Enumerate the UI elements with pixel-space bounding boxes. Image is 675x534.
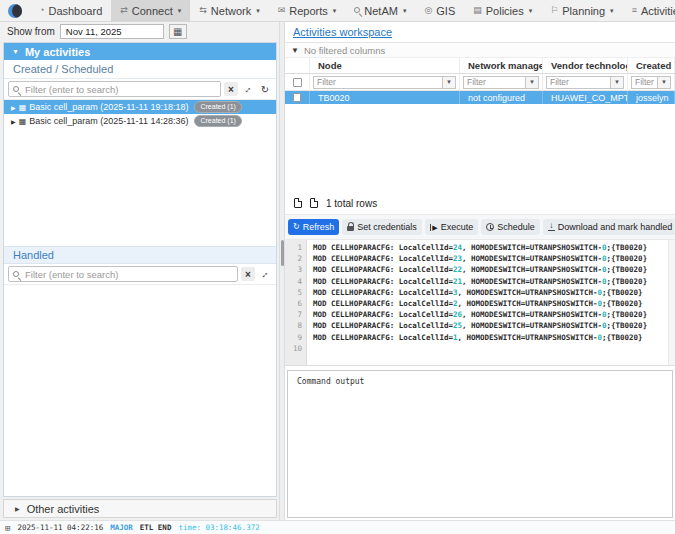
- other-activities-bar[interactable]: ▶ Other activities: [3, 499, 277, 518]
- nav-item-policies[interactable]: ▤Policies▾: [464, 0, 541, 21]
- policies-icon: ▤: [473, 6, 482, 15]
- show-from-bar: Show from ▦: [0, 22, 279, 41]
- my-activities-header[interactable]: ▼ My activities: [4, 43, 276, 60]
- activity-grid-icon: ▦: [19, 103, 27, 112]
- splitter-handle-icon[interactable]: [281, 240, 284, 266]
- nav-item-gis[interactable]: ◎GIS: [415, 0, 464, 21]
- editor-scrollbar[interactable]: [668, 240, 675, 365]
- column-filter-input[interactable]: [463, 76, 526, 89]
- activity-grid-icon: ▦: [19, 117, 27, 126]
- nav-item-label: Policies: [486, 5, 524, 17]
- column-header-node[interactable]: Node: [310, 58, 460, 73]
- column-filter-input[interactable]: [631, 76, 658, 89]
- handled-filter-input[interactable]: [23, 268, 233, 281]
- command-editor[interactable]: 12345678910 MOD CELLHOPARACFG: LocalCell…: [285, 240, 675, 366]
- my-activities-panel: ▼ My activities Created / Scheduled × ↕ …: [3, 42, 277, 497]
- column-header-network-manager[interactable]: Network manager: [460, 58, 543, 73]
- top-nav: ◔Dashboard⇄Connect▾⇆Network▾✉Reports▾Net…: [0, 0, 675, 22]
- calendar-icon[interactable]: ▦: [169, 24, 187, 39]
- nav-item-netam[interactable]: NetAM▾: [345, 0, 415, 21]
- created-filter-input[interactable]: [23, 83, 216, 96]
- column-header-vendor-technology[interactable]: Vendor technology: [543, 58, 628, 73]
- gis-icon: ◎: [424, 6, 432, 15]
- filter-dropdown-icon[interactable]: ▼: [443, 76, 456, 89]
- set-credentials-button[interactable]: Set credentials: [342, 219, 422, 235]
- table-row[interactable]: TB0020not configuredHUAWEI_CO_MPT_BTSjos…: [285, 91, 675, 104]
- dashboard-icon: ◔: [39, 6, 44, 15]
- select-all-checkbox[interactable]: [293, 78, 302, 87]
- column-filter-input[interactable]: [546, 76, 611, 89]
- filter-cell-created-by: ▼: [628, 74, 675, 90]
- nav-item-label: Connect: [132, 5, 173, 17]
- clock-icon: [486, 223, 494, 231]
- search-icon: [13, 271, 19, 277]
- status-timestamp: 2025-11-11 04:22:16: [17, 523, 103, 532]
- nav-item-connect[interactable]: ⇄Connect▾: [111, 0, 190, 21]
- refresh-icon[interactable]: ↻: [258, 82, 272, 96]
- clear-filter-icon[interactable]: ×: [241, 267, 255, 281]
- schedule-button[interactable]: Schedule: [481, 219, 540, 235]
- expand-all-icon[interactable]: ↕: [241, 82, 255, 96]
- nav-item-planning[interactable]: ⚐Planning▾: [541, 0, 622, 21]
- top-nav-items: ◔Dashboard⇄Connect▾⇆Network▾✉Reports▾Net…: [30, 0, 675, 21]
- export-file-icon[interactable]: [310, 198, 318, 208]
- button-label: Schedule: [497, 222, 535, 232]
- column-header-created-by[interactable]: Created by: [628, 58, 675, 73]
- expand-all-icon[interactable]: ↕: [258, 267, 272, 281]
- filter-status-text: No filtered columns: [304, 45, 385, 56]
- tree-item[interactable]: ▶▦Basic cell_param (2025-11-11 19:18:18)…: [4, 100, 276, 114]
- code-line: MOD CELLHOPARACFG: LocalCellId=21, HOMOD…: [313, 276, 667, 287]
- filter-dropdown-icon[interactable]: ▼: [611, 76, 624, 89]
- status-grid-icon: ⊞: [5, 523, 10, 533]
- filter-dropdown-icon[interactable]: ▼: [658, 76, 671, 89]
- chevron-right-icon[interactable]: ▶: [11, 118, 16, 125]
- table-cell: not configured: [460, 91, 543, 104]
- nav-item-label: Planning: [562, 5, 605, 17]
- button-label: Set credentials: [357, 222, 417, 232]
- show-from-date-input[interactable]: [60, 24, 164, 39]
- filter-cell-node: ▼: [310, 74, 460, 90]
- filter-dropdown-icon[interactable]: ▼: [526, 76, 539, 89]
- status-severity: MAJOR: [110, 523, 133, 532]
- nav-item-network[interactable]: ⇆Network▾: [190, 0, 268, 21]
- activities-workspace-link[interactable]: Activities workspace: [293, 26, 392, 38]
- chevron-down-icon: ▾: [403, 7, 407, 15]
- handled-filter-row: × ↕: [4, 264, 276, 285]
- filter-cell-network-manager: ▼: [460, 74, 543, 90]
- play-icon: ▶: [430, 224, 438, 231]
- nav-item-label: Network: [211, 5, 251, 17]
- status-bar: ⊞ 2025-11-11 04:22:16 MAJOR ETL END time…: [0, 520, 675, 534]
- handled-header[interactable]: Handled: [4, 246, 276, 264]
- export-file-icon[interactable]: [294, 198, 302, 208]
- created-filter-box: [8, 81, 221, 97]
- download-icon: ↓: [548, 223, 555, 232]
- nav-item-dashboard[interactable]: ◔Dashboard: [30, 0, 111, 21]
- nav-item-label: GIS: [436, 5, 455, 17]
- clear-filter-icon[interactable]: ×: [224, 82, 238, 96]
- tree-item[interactable]: ▶▦Basic cell_param (2025-11-11 14:28:36)…: [4, 114, 276, 128]
- row-checkbox[interactable]: [293, 93, 301, 102]
- chevron-down-icon: ▾: [256, 7, 260, 15]
- created-scheduled-title: Created / Scheduled: [13, 63, 113, 75]
- nav-item-activities[interactable]: ≡Activities▾: [623, 0, 675, 21]
- refresh-button[interactable]: ↻Refresh: [288, 219, 339, 235]
- line-number: 9: [285, 332, 302, 343]
- reports-icon: ✉: [278, 6, 286, 15]
- execute-button[interactable]: ▶Execute: [425, 219, 478, 235]
- download-and-mark-handled-button[interactable]: ↓Download and mark handled: [543, 219, 675, 235]
- chevron-down-icon: ▼: [12, 48, 19, 55]
- editor-code[interactable]: MOD CELLHOPARACFG: LocalCellId=24, HOMOD…: [307, 240, 675, 365]
- chevron-down-icon: ▾: [610, 7, 614, 15]
- show-from-label: Show from: [7, 26, 55, 37]
- column-filter-input[interactable]: [313, 76, 443, 89]
- nav-item-label: NetAM: [364, 5, 398, 17]
- chevron-down-icon: ▾: [178, 7, 182, 15]
- chevron-down-icon: ▾: [529, 7, 533, 15]
- code-line: MOD CELLHOPARACFG: LocalCellId=2, HOMODE…: [313, 298, 667, 309]
- button-label: Download and mark handled: [558, 222, 673, 232]
- button-label: Refresh: [303, 222, 335, 232]
- nav-item-reports[interactable]: ✉Reports▾: [269, 0, 346, 21]
- chevron-right-icon[interactable]: ▶: [11, 104, 16, 111]
- refresh-icon: ↻: [293, 223, 300, 231]
- main-area: Show from ▦ ▼ My activities Created / Sc…: [0, 22, 675, 520]
